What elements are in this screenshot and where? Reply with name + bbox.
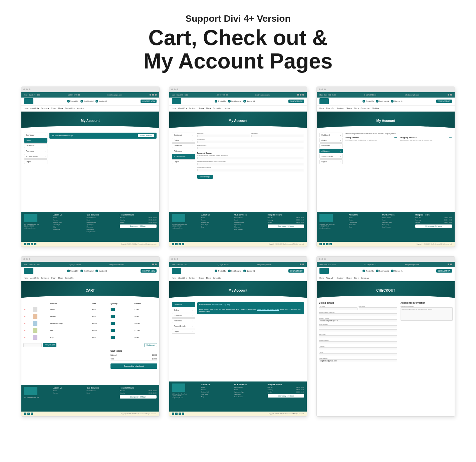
sidebar-account-5[interactable]: Account Details›	[172, 324, 195, 328]
pin-social-5[interactable]: p	[182, 413, 184, 415]
last-name-input[interactable]	[251, 135, 304, 137]
nav-contact-3[interactable]: Contact Us ▾	[361, 107, 371, 109]
remove-2[interactable]: ✕	[24, 315, 26, 317]
contact-btn-1[interactable]: CONTACT NOW	[141, 100, 156, 103]
nav-home-3[interactable]: Home	[319, 107, 324, 109]
nav-about-1[interactable]: About US ▾	[30, 107, 39, 109]
sidebar-dashboard-2[interactable]: Dashboard›	[172, 133, 195, 137]
apply-coupon-btn[interactable]: Apply coupon	[43, 343, 56, 347]
nav-contact-5[interactable]: Contact Us	[213, 277, 221, 279]
remove-3[interactable]: ✕	[24, 322, 26, 324]
nav-module-1[interactable]: Module ▾	[77, 107, 84, 109]
checkout-postcode-input[interactable]	[319, 347, 397, 350]
sidebar-dashboard-3[interactable]: Dashboard›	[319, 133, 343, 137]
current-pw-input[interactable]	[197, 157, 304, 159]
nav-services-1[interactable]: Services ▾	[41, 107, 49, 109]
nav-shop-1[interactable]: Shop ▾	[51, 107, 56, 109]
billing-add-link[interactable]: Add	[394, 137, 397, 139]
sidebar-downloads-1[interactable]: Downloads›	[24, 143, 47, 148]
nav-services-6[interactable]: Services ▾	[336, 277, 344, 279]
nav-blog-1[interactable]: Blog ▾	[58, 107, 63, 109]
in-social-3[interactable]: in	[326, 243, 328, 245]
pin-social-1[interactable]: p	[34, 243, 36, 245]
contact-btn-3[interactable]: CONTACT NOW	[436, 100, 452, 103]
fb-social-2[interactable]: f	[172, 243, 174, 245]
nav-blog-3[interactable]: Blog ▾	[354, 107, 359, 109]
display-name-input[interactable]	[197, 141, 304, 143]
nav-shop-4[interactable]: Shop ▾	[51, 277, 56, 279]
nav-services-3[interactable]: Services ▾	[336, 107, 344, 109]
tw-social-5[interactable]: t	[175, 413, 178, 415]
nav-about-5[interactable]: About US ▾	[178, 277, 187, 279]
sidebar-orders-5[interactable]: Orders›	[172, 308, 195, 312]
nav-home-2[interactable]: Home	[172, 107, 176, 109]
emergency-btn-2[interactable]: Emergency - 24 hours	[268, 224, 304, 228]
confirm-pw-input[interactable]	[197, 169, 304, 171]
checkout-phone-input[interactable]	[319, 353, 397, 356]
fb-social-3[interactable]: f	[319, 243, 322, 245]
sidebar-orders-2[interactable]: Orders›	[172, 138, 195, 143]
qty-4[interactable]: 1	[110, 329, 115, 332]
qty-2[interactable]: 1	[110, 315, 115, 318]
checkout-firstname-input[interactable]	[319, 307, 357, 310]
in-social-4[interactable]: in	[31, 413, 33, 415]
nav-home-4[interactable]: Home	[24, 277, 28, 279]
sidebar-addresses-3[interactable]: Addresses›	[319, 149, 343, 153]
proceed-checkout-btn[interactable]: Proceed to checkout	[110, 363, 157, 369]
coupon-input[interactable]	[23, 343, 42, 347]
nav-about-4[interactable]: About US ▾	[30, 277, 39, 279]
nav-contact-6[interactable]: Contact Us	[361, 277, 369, 279]
pin-social-3[interactable]: p	[329, 243, 332, 245]
sidebar-addresses-5[interactable]: Addresses›	[172, 318, 195, 323]
checkout-notes-textarea[interactable]: Notes about your order eg. special notes…	[401, 307, 453, 321]
checkout-city-input[interactable]	[319, 335, 397, 338]
remove-1[interactable]: ✕	[24, 308, 26, 310]
fb-social-1[interactable]: f	[24, 243, 26, 245]
nav-contact-1[interactable]: Contact Us ▾	[65, 107, 75, 109]
emergency-btn-1[interactable]: Emergency - 24 hours	[120, 224, 157, 228]
remove-5[interactable]: ✕	[24, 336, 26, 338]
shipping-add-link[interactable]: Add	[449, 137, 452, 139]
nav-services-4[interactable]: Services ▾	[41, 277, 49, 279]
checkout-county-input[interactable]	[319, 341, 397, 344]
tw-social-2[interactable]: t	[175, 243, 178, 245]
sidebar-logout-3[interactable]: Logout›	[319, 159, 343, 164]
sidebar-downloads-3[interactable]: Downloads›	[319, 143, 343, 148]
nav-shop-5[interactable]: Shop ▾	[199, 277, 204, 279]
checkout-apt-input[interactable]	[319, 329, 397, 332]
first-name-input[interactable]	[197, 135, 250, 137]
remove-4[interactable]: ✕	[24, 329, 26, 331]
logout-link[interactable]: (not testadmin? Log out)	[212, 304, 230, 306]
nav-blog-5[interactable]: Blog ▾	[206, 277, 211, 279]
nav-blog-6[interactable]: Blog ▾	[354, 277, 359, 279]
nav-about-2[interactable]: About US ▾	[178, 107, 187, 109]
tw-social-1[interactable]: t	[27, 243, 30, 245]
sidebar-dashboard-5[interactable]: Dashboard›	[172, 302, 195, 307]
sidebar-downloads-5[interactable]: Downloads›	[172, 313, 195, 318]
sidebar-account-1[interactable]: Account Details›	[24, 154, 47, 159]
update-cart-btn[interactable]: Update cart	[145, 343, 157, 347]
nav-blog-4[interactable]: Blog ▾	[58, 277, 63, 279]
fb-social-5[interactable]: f	[172, 413, 174, 415]
checkout-company-input[interactable]	[319, 313, 397, 316]
sidebar-logout-1[interactable]: Logout›	[24, 159, 47, 164]
nav-home-5[interactable]: Home	[172, 277, 176, 279]
sidebar-orders-1[interactable]: Orders›	[24, 138, 47, 143]
browse-products-btn[interactable]: Browse products	[138, 134, 154, 137]
in-social-5[interactable]: in	[179, 413, 181, 415]
nav-module-2[interactable]: Module ▾	[225, 107, 232, 109]
save-changes-btn[interactable]: Save changes	[197, 175, 213, 179]
contact-btn-2[interactable]: CONTACT NOW	[288, 100, 304, 103]
sidebar-account-2[interactable]: Account Details›	[172, 154, 195, 159]
fb-social-4[interactable]: f	[24, 413, 26, 415]
sidebar-orders-3[interactable]: Orders›	[319, 138, 343, 143]
sidebar-dashboard-1[interactable]: Dashboard›	[24, 133, 47, 137]
checkout-street-input[interactable]	[319, 325, 397, 328]
tw-social-4[interactable]: t	[27, 413, 30, 415]
qty-3[interactable]: 1	[110, 322, 115, 325]
sidebar-account-3[interactable]: Account Details›	[319, 154, 343, 159]
nav-contact-2[interactable]: Contact Us ▾	[213, 107, 223, 109]
qty-5[interactable]: 1	[110, 336, 115, 339]
sidebar-addresses-2[interactable]: Addresses›	[172, 149, 195, 153]
in-social-1[interactable]: in	[31, 243, 33, 245]
